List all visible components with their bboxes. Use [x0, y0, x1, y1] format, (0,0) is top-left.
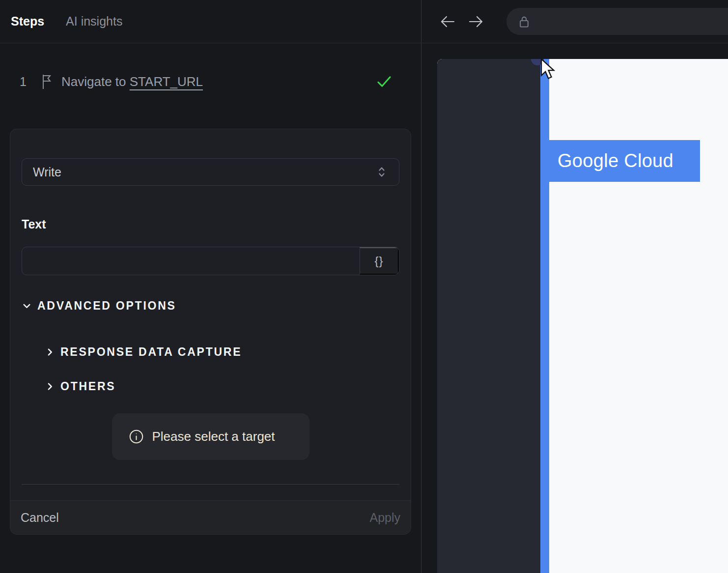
element-highlight-strip	[540, 59, 549, 573]
step-title-prefix: Navigate to	[61, 74, 130, 89]
highlighted-google-cloud-link[interactable]: Google Cloud	[548, 140, 700, 182]
tab-ai-insights[interactable]: AI insights	[66, 14, 122, 29]
lock-icon[interactable]	[518, 14, 530, 29]
response-data-capture-label: RESPONSE DATA CAPTURE	[60, 345, 242, 359]
braces-icon: {}	[374, 254, 383, 268]
text-input-group: {}	[22, 247, 399, 275]
editor-footer: Cancel Apply	[10, 500, 411, 534]
step-item-1[interactable]: 1 Navigate to START_URL	[0, 68, 421, 95]
chevron-right-icon	[45, 347, 55, 357]
action-type-select[interactable]: Write	[22, 158, 399, 186]
chevron-down-icon	[22, 301, 32, 311]
action-type-value: Write	[33, 165, 61, 179]
arrow-right-icon	[467, 13, 485, 30]
panel-tabs: Steps AI insights	[0, 0, 421, 43]
step-number: 1	[20, 75, 28, 89]
page-viewport: Google Cloud	[437, 59, 728, 573]
browser-preview-panel: Google Cloud	[422, 0, 728, 573]
apply-button[interactable]: Apply	[369, 511, 400, 525]
others-toggle[interactable]: OTHERS	[45, 379, 399, 393]
step-title: Navigate to START_URL	[61, 74, 203, 89]
step-success-check-icon	[376, 73, 392, 90]
flag-icon	[41, 74, 53, 90]
others-label: OTHERS	[60, 380, 115, 393]
response-data-capture-toggle[interactable]: RESPONSE DATA CAPTURE	[45, 345, 399, 359]
info-icon	[129, 429, 144, 444]
text-field-label: Text	[22, 217, 399, 231]
step-start-url-link[interactable]: START_URL	[130, 74, 203, 89]
step-editor-card: Write Text {} ADVANCED OPTIONS	[10, 129, 411, 535]
mouse-cursor-icon	[540, 59, 558, 81]
url-bar[interactable]	[506, 8, 728, 35]
select-target-toast: Please select a target	[112, 413, 309, 460]
toast-message: Please select a target	[152, 429, 275, 444]
advanced-options-toggle[interactable]: ADVANCED OPTIONS	[22, 299, 399, 313]
cancel-button[interactable]: Cancel	[21, 511, 59, 525]
tab-steps[interactable]: Steps	[11, 14, 44, 29]
select-updown-chevrons-icon	[376, 165, 387, 179]
steps-panel: Steps AI insights 1 Navigate to START_UR…	[0, 0, 421, 573]
arrow-left-icon	[439, 13, 456, 30]
back-button[interactable]	[439, 13, 456, 30]
chevron-right-icon	[45, 381, 55, 392]
browser-toolbar	[422, 0, 728, 43]
footer-divider	[22, 484, 399, 485]
text-input[interactable]	[22, 247, 360, 275]
page-dark-region	[437, 59, 540, 573]
forward-button[interactable]	[467, 13, 485, 30]
google-cloud-logo-text: Google Cloud	[558, 150, 673, 172]
insert-variable-braces-button[interactable]: {}	[360, 247, 399, 275]
advanced-options-label: ADVANCED OPTIONS	[37, 299, 176, 313]
